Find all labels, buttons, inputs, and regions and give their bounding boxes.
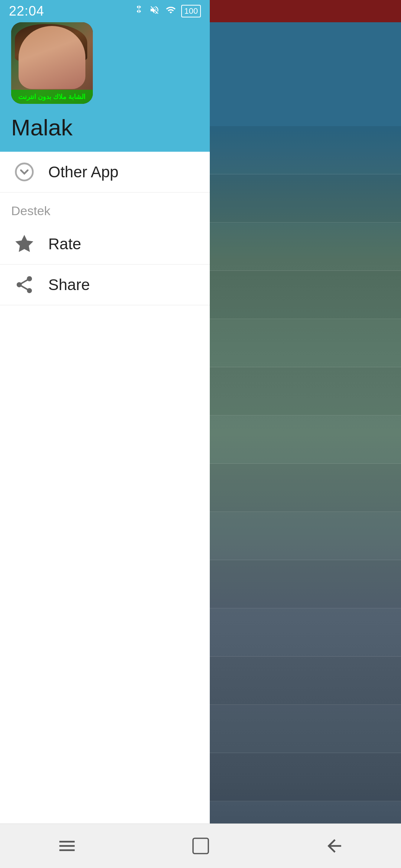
menu-item-other-app[interactable]: Other App (0, 152, 210, 193)
menu-item-share[interactable]: Share (0, 264, 210, 305)
person-decoration (19, 26, 85, 89)
app-icon-text: الشابة ملاك بدون انترنت (11, 90, 93, 104)
signal-icon (165, 5, 177, 18)
dropdown-icon (11, 159, 37, 185)
nav-back-button[interactable] (316, 831, 353, 861)
status-icons: 100 (134, 5, 201, 18)
bluetooth-icon (134, 5, 144, 18)
star-icon (11, 231, 37, 257)
mute-icon (149, 5, 160, 18)
status-bar: 22:04 100 (0, 0, 210, 22)
rate-label: Rate (48, 235, 81, 253)
drawer-panel: الشابة ملاك بدون انترنت Malak Other App … (0, 0, 210, 868)
share-icon (11, 272, 37, 298)
app-icon: الشابة ملاك بدون انترنت (11, 22, 93, 104)
section-destek: Destek (0, 193, 210, 224)
svg-point-0 (16, 164, 33, 181)
svg-rect-1 (193, 838, 208, 854)
status-time: 22:04 (9, 3, 44, 19)
share-label: Share (48, 276, 90, 294)
nav-home-button[interactable] (182, 831, 219, 861)
drawer-menu-body: Other App Destek Rate Share (0, 152, 210, 868)
nav-menu-button[interactable] (48, 831, 85, 861)
battery-icon: 100 (181, 5, 201, 17)
app-title: Malak (11, 114, 199, 141)
bottom-navigation (0, 823, 401, 868)
background-rows (210, 126, 401, 831)
drawer-header: الشابة ملاك بدون انترنت Malak (0, 0, 210, 152)
menu-item-rate[interactable]: Rate (0, 224, 210, 264)
other-app-label: Other App (48, 163, 118, 181)
app-icon-image: الشابة ملاك بدون انترنت (11, 22, 93, 104)
status-bar-right-bg (210, 0, 401, 22)
